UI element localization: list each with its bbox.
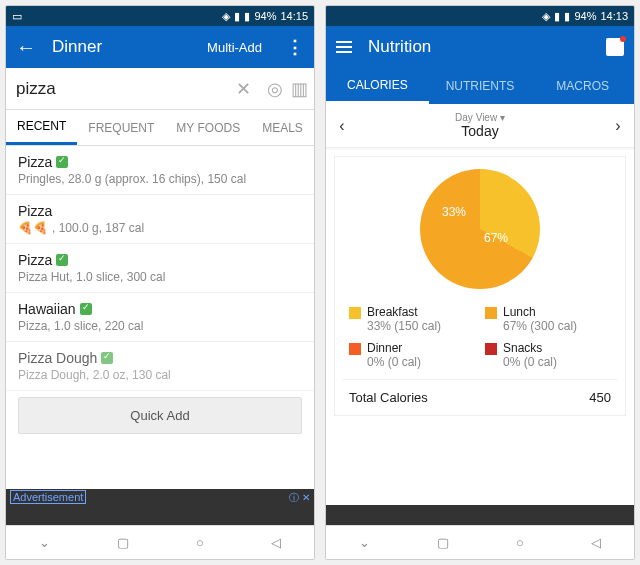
verified-icon — [80, 303, 92, 315]
legend-lunch: Lunch67% (300 cal) — [485, 305, 611, 333]
prev-day-icon[interactable]: ‹ — [326, 117, 358, 135]
wifi-icon: ◈ — [222, 10, 230, 23]
food-name: Pizza — [18, 203, 52, 219]
android-nav: ⌄ ▢ ○ ◁ — [326, 525, 634, 559]
clear-icon[interactable]: ✕ — [236, 78, 251, 100]
swatch-icon — [349, 343, 361, 355]
multi-add-button[interactable]: Multi-Add — [207, 40, 262, 55]
ad-banner[interactable]: Advertisement ⓘ ✕ — [6, 489, 314, 525]
status-bar: ▭ ◈ ▮ ▮ 94% 14:15 — [6, 6, 314, 26]
verified-icon — [101, 352, 113, 364]
tab-nutrients[interactable]: NUTRIENTS — [429, 68, 532, 104]
legend-val: 0% (0 cal) — [503, 355, 557, 369]
legend-name: Breakfast — [367, 305, 441, 319]
food-list: Pizza Pringles, 28.0 g (approx. 16 chips… — [6, 146, 314, 489]
food-detail: Pizza, 1.0 slice, 220 cal — [18, 319, 302, 333]
nav-recent-icon[interactable]: ▢ — [117, 535, 129, 550]
export-icon[interactable] — [606, 38, 624, 56]
calorie-card: 33% 67% Breakfast33% (150 cal) Lunch67% … — [334, 156, 626, 416]
food-tabs: RECENT FREQUENT MY FOODS MEALS RE — [6, 110, 314, 146]
today-label: Today — [358, 123, 602, 139]
page-title: Dinner — [52, 37, 191, 57]
food-detail: , 100.0 g, 187 cal — [52, 221, 144, 235]
nav-home-icon[interactable]: ○ — [516, 535, 524, 550]
signal-icon: ▮ — [234, 10, 240, 23]
pie-label-33: 33% — [442, 205, 466, 219]
ad-spacer — [326, 505, 634, 525]
signal-icon: ▮ — [554, 10, 560, 23]
nutrition-tabs: CALORIES NUTRIENTS MACROS — [326, 68, 634, 104]
date-nav: ‹ Day View ▾ Today › — [326, 104, 634, 148]
food-detail: Pizza Dough, 2.0 oz, 130 cal — [18, 368, 302, 382]
nav-back-icon[interactable]: ◁ — [271, 535, 281, 550]
menu-icon[interactable] — [336, 41, 352, 53]
tab-recent[interactable]: RECENT — [6, 110, 77, 145]
battery-text: 94% — [574, 10, 596, 22]
verified-icon — [56, 254, 68, 266]
legend-name: Lunch — [503, 305, 577, 319]
phone-dinner: ▭ ◈ ▮ ▮ 94% 14:15 ← Dinner Multi-Add ⋮ ✕… — [5, 5, 315, 560]
dayview-label[interactable]: Day View ▾ — [358, 112, 602, 123]
list-item[interactable]: Pizza Dough Pizza Dough, 2.0 oz, 130 cal — [6, 342, 314, 391]
tab-meals[interactable]: MEALS — [251, 110, 314, 145]
legend-snacks: Snacks0% (0 cal) — [485, 341, 611, 369]
nav-chevron-icon[interactable]: ⌄ — [359, 535, 370, 550]
back-icon[interactable]: ← — [16, 36, 36, 59]
total-row: Total Calories 450 — [343, 379, 617, 407]
total-label: Total Calories — [349, 390, 428, 405]
legend-dinner: Dinner0% (0 cal) — [349, 341, 475, 369]
nav-chevron-icon[interactable]: ⌄ — [39, 535, 50, 550]
pie-label-67: 67% — [484, 231, 508, 245]
nav-recent-icon[interactable]: ▢ — [437, 535, 449, 550]
tab-macros[interactable]: MACROS — [531, 68, 634, 104]
list-item[interactable]: Pizza Pizza Hut, 1.0 slice, 300 cal — [6, 244, 314, 293]
food-name: Pizza — [18, 252, 52, 268]
food-name: Hawaiian — [18, 301, 76, 317]
nav-back-icon[interactable]: ◁ — [591, 535, 601, 550]
battery-icon: ▮ — [564, 10, 570, 23]
next-day-icon[interactable]: › — [602, 117, 634, 135]
calorie-pie-chart: 33% 67% — [420, 169, 540, 289]
food-detail: Pringles, 28.0 g (approx. 16 chips), 150… — [18, 172, 302, 186]
phone-nutrition: ◈ ▮ ▮ 94% 14:13 Nutrition CALORIES NUTRI… — [325, 5, 635, 560]
tab-frequent[interactable]: FREQUENT — [77, 110, 165, 145]
swatch-icon — [485, 307, 497, 319]
legend-val: 33% (150 cal) — [367, 319, 441, 333]
android-nav: ⌄ ▢ ○ ◁ — [6, 525, 314, 559]
food-detail: Pizza Hut, 1.0 slice, 300 cal — [18, 270, 302, 284]
legend-name: Snacks — [503, 341, 557, 355]
tab-myfoods[interactable]: MY FOODS — [165, 110, 251, 145]
clock: 14:13 — [600, 10, 628, 22]
pizza-icon: 🍕🍕 — [18, 221, 48, 235]
legend-val: 0% (0 cal) — [367, 355, 421, 369]
battery-text: 94% — [254, 10, 276, 22]
tab-calories[interactable]: CALORIES — [326, 68, 429, 104]
app-bar: Nutrition — [326, 26, 634, 68]
battery-icon: ▮ — [244, 10, 250, 23]
ad-close-icon[interactable]: ⓘ ✕ — [289, 491, 310, 505]
wifi-icon: ◈ — [542, 10, 550, 23]
barcode-icon[interactable]: ▥ — [291, 78, 308, 100]
list-item[interactable]: Hawaiian Pizza, 1.0 slice, 220 cal — [6, 293, 314, 342]
total-value: 450 — [589, 390, 611, 405]
legend: Breakfast33% (150 cal) Lunch67% (300 cal… — [343, 305, 617, 369]
page-title: Nutrition — [368, 37, 590, 57]
app-bar: ← Dinner Multi-Add ⋮ — [6, 26, 314, 68]
verified-icon — [56, 156, 68, 168]
swatch-icon — [349, 307, 361, 319]
search-row: ✕ ◎ ▥ — [6, 68, 314, 110]
swatch-icon — [485, 343, 497, 355]
ad-label: Advertisement — [10, 490, 86, 504]
search-input[interactable] — [16, 79, 228, 99]
status-bar: ◈ ▮ ▮ 94% 14:13 — [326, 6, 634, 26]
notification-icon: ▭ — [12, 10, 22, 23]
nav-home-icon[interactable]: ○ — [196, 535, 204, 550]
list-item[interactable]: Pizza Pringles, 28.0 g (approx. 16 chips… — [6, 146, 314, 195]
list-item[interactable]: Pizza 🍕🍕, 100.0 g, 187 cal — [6, 195, 314, 244]
legend-val: 67% (300 cal) — [503, 319, 577, 333]
overflow-icon[interactable]: ⋮ — [286, 36, 304, 58]
quick-add-button[interactable]: Quick Add — [18, 397, 302, 434]
legend-breakfast: Breakfast33% (150 cal) — [349, 305, 475, 333]
food-name: Pizza Dough — [18, 350, 97, 366]
location-icon[interactable]: ◎ — [267, 78, 283, 100]
